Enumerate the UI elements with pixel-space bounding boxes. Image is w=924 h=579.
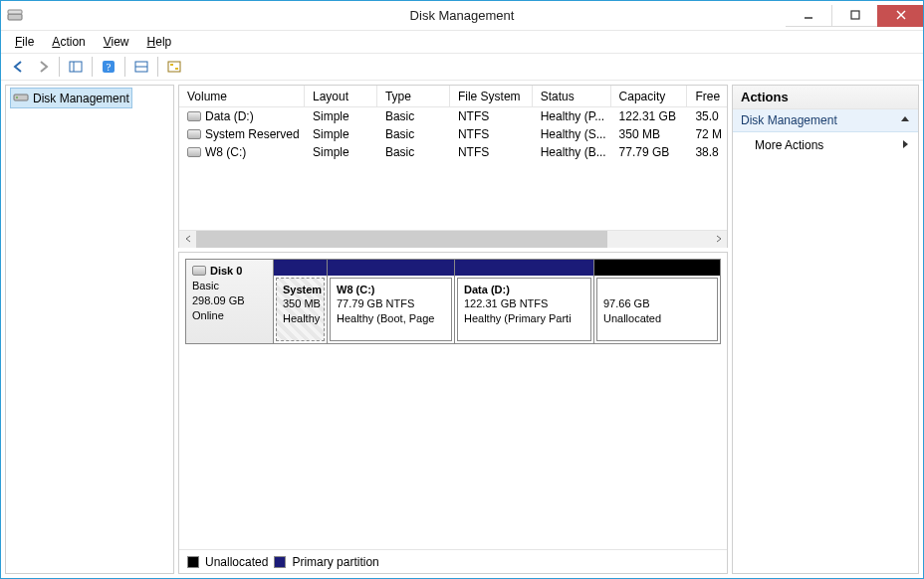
tree-root[interactable]: Disk Management [10,88,132,108]
disk-name: Disk 0 [210,265,242,277]
svg-rect-6 [70,62,82,72]
svg-rect-1 [8,10,22,14]
horizontal-scrollbar[interactable] [179,230,727,247]
partition[interactable]: Data (D:)122.31 GB NTFSHealthy (Primary … [455,260,594,343]
scroll-right-icon[interactable] [710,231,727,248]
volume-list-header: Volume Layout Type File System Status Ca… [179,86,727,107]
table-row[interactable]: System ReservedSimpleBasicNTFSHealthy (S… [179,125,727,143]
close-button[interactable] [877,5,923,27]
minimize-button[interactable] [786,5,831,27]
svg-rect-0 [8,14,22,20]
disk-row: Disk 0 Basic 298.09 GB Online System R35… [185,259,721,344]
titlebar: Disk Management [1,1,923,31]
partition[interactable]: 97.66 GBUnallocated [594,260,720,343]
col-volume[interactable]: Volume [179,86,305,106]
volume-icon [187,111,201,121]
settings-button[interactable] [162,55,186,79]
disk-management-window: Disk Management File Action View Help ? [0,0,924,579]
svg-rect-14 [175,68,178,70]
partition-stripe [274,260,327,276]
menubar: File Action View Help [1,31,923,53]
maximize-button[interactable] [831,5,877,27]
back-button[interactable] [7,55,31,79]
partition-label: W8 (C:)77.79 GB NTFSHealthy (Boot, Page [330,278,452,341]
col-status[interactable]: Status [533,86,611,106]
disk-icon [192,266,206,276]
volume-list: Volume Layout Type File System Status Ca… [178,85,728,248]
svg-rect-13 [170,64,173,66]
scroll-left-icon[interactable] [179,231,196,248]
menu-help[interactable]: Help [139,33,180,51]
actions-more[interactable]: More Actions [733,132,918,158]
disk-graphical-pane: Disk 0 Basic 298.09 GB Online System R35… [178,252,728,574]
actions-pane: Actions Disk Management More Actions [732,85,919,574]
menu-action[interactable]: Action [44,33,93,51]
forward-button[interactable] [31,55,55,79]
disk-capacity: 298.09 GB [192,293,267,308]
table-row[interactable]: W8 (C:)SimpleBasicNTFSHealthy (B...77.79… [179,143,727,161]
disk-mgmt-icon [13,90,29,106]
chevron-right-icon [902,138,910,152]
table-row[interactable]: Data (D:)SimpleBasicNTFSHealthy (P...122… [179,107,727,125]
svg-point-16 [16,96,18,98]
window-controls [786,5,923,27]
col-capacity[interactable]: Capacity [611,86,688,106]
partition-label: 97.66 GBUnallocated [596,278,718,341]
tree-pane: Disk Management [5,85,174,574]
volume-icon [187,129,201,139]
partition[interactable]: W8 (C:)77.79 GB NTFSHealthy (Boot, Page [328,260,455,343]
partition-label: Data (D:)122.31 GB NTFSHealthy (Primary … [457,278,591,341]
col-filesystem[interactable]: File System [450,86,533,106]
main-area: Disk Management Volume Layout Type File … [1,81,923,578]
scroll-thumb[interactable] [196,231,607,248]
legend-unallocated-label: Unallocated [205,555,268,569]
actions-section-label: Disk Management [741,113,837,127]
col-layout[interactable]: Layout [305,86,377,106]
partition-stripe [594,260,720,276]
app-icon [7,8,23,24]
toolbar: ? [1,53,923,81]
volume-list-body: Data (D:)SimpleBasicNTFSHealthy (P...122… [179,107,727,230]
legend-unallocated-swatch [187,556,199,568]
svg-rect-3 [851,11,859,19]
partition-stripe [455,260,593,276]
disk-type: Basic [192,279,267,293]
volume-icon [187,147,201,157]
partition[interactable]: System R350 MB NHealthy ( [274,260,328,343]
menu-view[interactable]: View [96,33,137,51]
menu-file[interactable]: File [7,33,42,51]
disk-info[interactable]: Disk 0 Basic 298.09 GB Online [186,260,274,343]
show-hide-tree-button[interactable] [64,55,88,79]
actions-more-label: More Actions [755,138,823,152]
col-type[interactable]: Type [377,86,450,106]
actions-section[interactable]: Disk Management [733,109,918,132]
tree-root-label: Disk Management [33,92,129,105]
actions-header: Actions [733,86,918,109]
legend-primary-label: Primary partition [292,555,378,569]
help-button[interactable]: ? [97,55,120,79]
partition-label: System R350 MB NHealthy ( [276,278,325,341]
collapse-icon [900,113,910,127]
scroll-track[interactable] [196,231,710,248]
partition-stripe [328,260,454,276]
svg-text:?: ? [107,61,112,73]
col-free[interactable]: Free [687,86,727,106]
view-top-button[interactable] [129,55,153,79]
svg-rect-12 [168,62,180,72]
legend-primary-swatch [274,556,286,568]
disk-state: Online [192,308,267,323]
legend: Unallocated Primary partition [179,549,727,573]
center-pane: Volume Layout Type File System Status Ca… [178,85,728,574]
partition-container: System R350 MB NHealthy (W8 (C:)77.79 GB… [274,260,720,343]
